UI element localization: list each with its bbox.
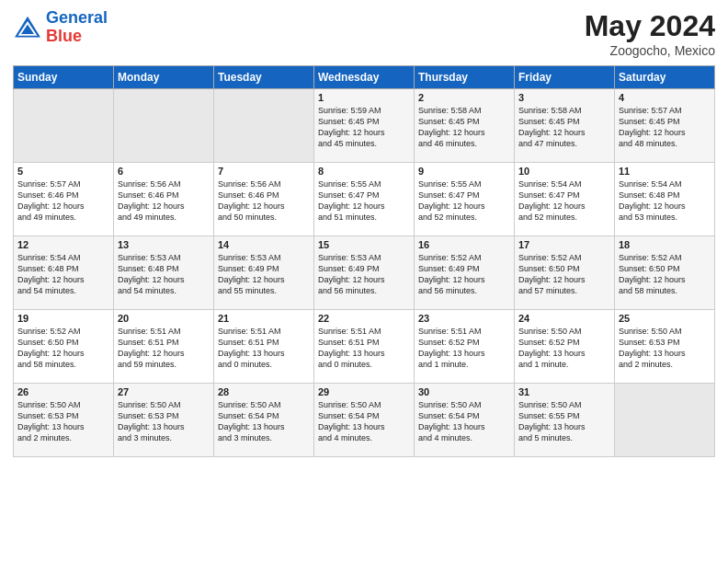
day-info: Sunrise: 5:57 AM Sunset: 6:46 PM Dayligh…: [17, 178, 109, 224]
day-info: Sunrise: 5:58 AM Sunset: 6:45 PM Dayligh…: [418, 105, 510, 150]
calendar-cell: 14Sunrise: 5:53 AM Sunset: 6:49 PM Dayli…: [214, 236, 314, 310]
day-number: 31: [518, 386, 610, 397]
day-info: Sunrise: 5:51 AM Sunset: 6:52 PM Dayligh…: [418, 326, 510, 371]
week-row-2: 12Sunrise: 5:54 AM Sunset: 6:48 PM Dayli…: [14, 236, 715, 310]
calendar-cell: [14, 89, 114, 163]
day-number: 28: [218, 386, 310, 397]
day-info: Sunrise: 5:50 AM Sunset: 6:53 PM Dayligh…: [17, 399, 109, 444]
calendar-cell: 10Sunrise: 5:54 AM Sunset: 6:47 PM Dayli…: [515, 163, 615, 236]
calendar-cell: 25Sunrise: 5:50 AM Sunset: 6:53 PM Dayli…: [615, 310, 715, 384]
calendar-cell: 4Sunrise: 5:57 AM Sunset: 6:45 PM Daylig…: [615, 89, 715, 163]
calendar-cell: 12Sunrise: 5:54 AM Sunset: 6:48 PM Dayli…: [14, 236, 114, 310]
day-info: Sunrise: 5:55 AM Sunset: 6:47 PM Dayligh…: [418, 178, 510, 224]
logo-icon: [13, 15, 42, 40]
day-info: Sunrise: 5:56 AM Sunset: 6:46 PM Dayligh…: [118, 178, 210, 224]
calendar-table: SundayMondayTuesdayWednesdayThursdayFrid…: [13, 65, 715, 457]
day-info: Sunrise: 5:50 AM Sunset: 6:54 PM Dayligh…: [318, 399, 410, 444]
calendar-cell: 17Sunrise: 5:52 AM Sunset: 6:50 PM Dayli…: [515, 236, 615, 310]
day-number: 22: [318, 313, 410, 324]
calendar-cell: 3Sunrise: 5:58 AM Sunset: 6:45 PM Daylig…: [515, 89, 615, 163]
day-info: Sunrise: 5:52 AM Sunset: 6:49 PM Dayligh…: [418, 252, 510, 297]
calendar-cell: 16Sunrise: 5:52 AM Sunset: 6:49 PM Dayli…: [415, 236, 515, 310]
day-number: 18: [619, 239, 711, 250]
day-number: 21: [218, 313, 310, 324]
day-info: Sunrise: 5:52 AM Sunset: 6:50 PM Dayligh…: [518, 252, 610, 297]
calendar-cell: 8Sunrise: 5:55 AM Sunset: 6:47 PM Daylig…: [314, 163, 415, 236]
calendar-cell: 5Sunrise: 5:57 AM Sunset: 6:46 PM Daylig…: [14, 163, 114, 236]
calendar-cell: 31Sunrise: 5:50 AM Sunset: 6:55 PM Dayli…: [515, 384, 615, 457]
day-number: 29: [318, 386, 410, 397]
calendar-cell: 9Sunrise: 5:55 AM Sunset: 6:47 PM Daylig…: [415, 163, 515, 236]
day-number: 2: [418, 92, 510, 103]
weekday-header-monday: Monday: [114, 66, 214, 89]
day-number: 1: [318, 92, 410, 103]
calendar-cell: 2Sunrise: 5:58 AM Sunset: 6:45 PM Daylig…: [415, 89, 515, 163]
weekday-header-row: SundayMondayTuesdayWednesdayThursdayFrid…: [14, 66, 715, 89]
calendar-cell: [214, 89, 314, 163]
day-number: 30: [418, 386, 510, 397]
week-row-4: 26Sunrise: 5:50 AM Sunset: 6:53 PM Dayli…: [14, 384, 715, 457]
day-number: 12: [17, 239, 109, 250]
weekday-header-friday: Friday: [515, 66, 615, 89]
day-info: Sunrise: 5:54 AM Sunset: 6:48 PM Dayligh…: [17, 252, 109, 297]
month-title: May 2024: [585, 9, 715, 43]
day-info: Sunrise: 5:50 AM Sunset: 6:53 PM Dayligh…: [118, 399, 210, 444]
day-number: 13: [118, 239, 210, 250]
calendar-cell: [615, 384, 715, 457]
day-info: Sunrise: 5:51 AM Sunset: 6:51 PM Dayligh…: [118, 326, 210, 371]
day-info: Sunrise: 5:57 AM Sunset: 6:45 PM Dayligh…: [619, 105, 711, 150]
day-info: Sunrise: 5:50 AM Sunset: 6:54 PM Dayligh…: [418, 399, 510, 444]
day-number: 17: [518, 239, 610, 250]
header: General Blue May 2024 Zoogocho, Mexico: [13, 9, 715, 58]
day-number: 16: [418, 239, 510, 250]
calendar-cell: 19Sunrise: 5:52 AM Sunset: 6:50 PM Dayli…: [14, 310, 114, 384]
calendar-cell: 23Sunrise: 5:51 AM Sunset: 6:52 PM Dayli…: [415, 310, 515, 384]
day-number: 20: [118, 313, 210, 324]
weekday-header-thursday: Thursday: [415, 66, 515, 89]
title-block: May 2024 Zoogocho, Mexico: [585, 9, 715, 58]
day-info: Sunrise: 5:50 AM Sunset: 6:55 PM Dayligh…: [518, 399, 610, 444]
calendar-cell: 15Sunrise: 5:53 AM Sunset: 6:49 PM Dayli…: [314, 236, 415, 310]
calendar-cell: 29Sunrise: 5:50 AM Sunset: 6:54 PM Dayli…: [314, 384, 415, 457]
day-number: 19: [17, 313, 109, 324]
day-info: Sunrise: 5:51 AM Sunset: 6:51 PM Dayligh…: [218, 326, 310, 371]
day-number: 10: [518, 166, 610, 177]
day-info: Sunrise: 5:50 AM Sunset: 6:53 PM Dayligh…: [619, 326, 711, 371]
day-info: Sunrise: 5:52 AM Sunset: 6:50 PM Dayligh…: [619, 252, 711, 297]
calendar-cell: 27Sunrise: 5:50 AM Sunset: 6:53 PM Dayli…: [114, 384, 214, 457]
page: General Blue May 2024 Zoogocho, Mexico S…: [0, 0, 728, 563]
logo: General Blue: [13, 9, 108, 46]
day-number: 8: [318, 166, 410, 177]
day-info: Sunrise: 5:53 AM Sunset: 6:48 PM Dayligh…: [118, 252, 210, 297]
week-row-3: 19Sunrise: 5:52 AM Sunset: 6:50 PM Dayli…: [14, 310, 715, 384]
day-info: Sunrise: 5:50 AM Sunset: 6:52 PM Dayligh…: [518, 326, 610, 371]
day-number: 7: [218, 166, 310, 177]
calendar-cell: 18Sunrise: 5:52 AM Sunset: 6:50 PM Dayli…: [615, 236, 715, 310]
calendar-cell: 26Sunrise: 5:50 AM Sunset: 6:53 PM Dayli…: [14, 384, 114, 457]
day-number: 14: [218, 239, 310, 250]
day-info: Sunrise: 5:51 AM Sunset: 6:51 PM Dayligh…: [318, 326, 410, 371]
day-number: 6: [118, 166, 210, 177]
day-number: 9: [418, 166, 510, 177]
calendar-cell: 28Sunrise: 5:50 AM Sunset: 6:54 PM Dayli…: [214, 384, 314, 457]
calendar-cell: 11Sunrise: 5:54 AM Sunset: 6:48 PM Dayli…: [615, 163, 715, 236]
day-number: 23: [418, 313, 510, 324]
calendar-cell: 22Sunrise: 5:51 AM Sunset: 6:51 PM Dayli…: [314, 310, 415, 384]
day-info: Sunrise: 5:58 AM Sunset: 6:45 PM Dayligh…: [518, 105, 610, 150]
day-info: Sunrise: 5:55 AM Sunset: 6:47 PM Dayligh…: [318, 178, 410, 224]
calendar-cell: 30Sunrise: 5:50 AM Sunset: 6:54 PM Dayli…: [415, 384, 515, 457]
day-number: 15: [318, 239, 410, 250]
day-info: Sunrise: 5:54 AM Sunset: 6:47 PM Dayligh…: [518, 178, 610, 224]
day-number: 24: [518, 313, 610, 324]
day-info: Sunrise: 5:53 AM Sunset: 6:49 PM Dayligh…: [218, 252, 310, 297]
calendar-cell: 6Sunrise: 5:56 AM Sunset: 6:46 PM Daylig…: [114, 163, 214, 236]
weekday-header-tuesday: Tuesday: [214, 66, 314, 89]
day-info: Sunrise: 5:50 AM Sunset: 6:54 PM Dayligh…: [218, 399, 310, 444]
weekday-header-sunday: Sunday: [14, 66, 114, 89]
calendar-cell: 24Sunrise: 5:50 AM Sunset: 6:52 PM Dayli…: [515, 310, 615, 384]
weekday-header-saturday: Saturday: [615, 66, 715, 89]
weekday-header-wednesday: Wednesday: [314, 66, 415, 89]
logo-text: General Blue: [46, 9, 108, 46]
day-info: Sunrise: 5:56 AM Sunset: 6:46 PM Dayligh…: [218, 178, 310, 224]
calendar-cell: 7Sunrise: 5:56 AM Sunset: 6:46 PM Daylig…: [214, 163, 314, 236]
